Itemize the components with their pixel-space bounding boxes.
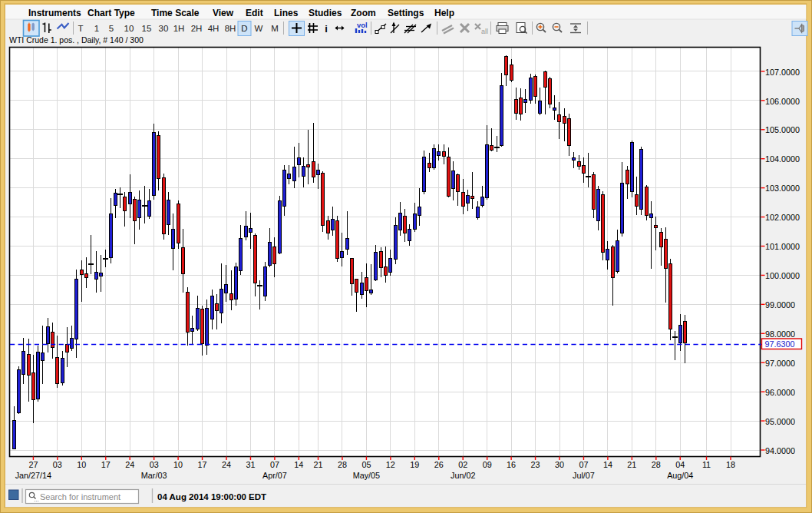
svg-text:May/05: May/05 (353, 471, 380, 480)
svg-text:30: 30 (555, 460, 564, 469)
svg-text:11: 11 (702, 460, 711, 469)
svg-text:vol: vol (357, 21, 368, 29)
svg-text:8H: 8H (225, 24, 236, 33)
svg-text:View: View (213, 8, 234, 18)
svg-text:Zoom: Zoom (351, 8, 376, 18)
svg-text:103.0000: 103.0000 (765, 184, 800, 193)
svg-text:4H: 4H (208, 24, 220, 33)
svg-text:Mar/03: Mar/03 (141, 471, 167, 480)
svg-text:1H: 1H (173, 24, 185, 33)
svg-text:Chart Type: Chart Type (87, 8, 135, 18)
svg-text:95.0000: 95.0000 (765, 417, 795, 426)
svg-text:105.0000: 105.0000 (765, 125, 800, 134)
svg-text:Jul/07: Jul/07 (573, 471, 595, 480)
svg-text:23: 23 (531, 460, 540, 469)
svg-text:Jun/02: Jun/02 (451, 471, 475, 480)
svg-text:02: 02 (458, 460, 467, 469)
svg-text:Edit: Edit (246, 8, 263, 18)
svg-text:1: 1 (94, 24, 99, 33)
svg-text:2H: 2H (191, 24, 203, 33)
svg-text:03: 03 (53, 460, 62, 469)
svg-text:Jan/27/14: Jan/27/14 (15, 471, 51, 480)
svg-text:07: 07 (579, 460, 588, 469)
svg-text:Settings: Settings (388, 8, 424, 18)
svg-text:12: 12 (386, 460, 395, 469)
svg-text:i: i (325, 23, 328, 35)
svg-text:07: 07 (270, 460, 279, 469)
svg-text:104.0000: 104.0000 (765, 154, 800, 164)
svg-text:94.0000: 94.0000 (765, 446, 795, 455)
svg-text:Aug/04: Aug/04 (667, 471, 693, 480)
svg-text:19: 19 (410, 460, 419, 469)
svg-text:04: 04 (675, 460, 685, 469)
svg-text:96.0000: 96.0000 (765, 388, 795, 397)
svg-text:Time Scale: Time Scale (151, 8, 200, 18)
svg-text:10: 10 (173, 460, 183, 469)
svg-text:WTI Crude 1. pos. , Daily, # 1: WTI Crude 1. pos. , Daily, # 140 / 300 (9, 35, 144, 45)
svg-text:30: 30 (159, 24, 169, 33)
svg-text:14: 14 (294, 460, 303, 469)
svg-text:97.6300: 97.6300 (765, 339, 795, 349)
svg-text:28: 28 (338, 460, 347, 469)
svg-text:102.0000: 102.0000 (765, 213, 800, 222)
svg-text:Apr/07: Apr/07 (262, 471, 287, 480)
svg-text:...: ... (34, 496, 39, 503)
svg-text:10: 10 (77, 460, 86, 469)
svg-text:05: 05 (361, 460, 371, 469)
svg-text:Instruments: Instruments (28, 8, 81, 18)
svg-text:09: 09 (483, 460, 492, 469)
svg-text:21: 21 (627, 460, 636, 469)
svg-text:14: 14 (603, 460, 612, 469)
svg-text:24: 24 (222, 460, 231, 469)
svg-text:10: 10 (124, 24, 134, 33)
svg-text:100.0000: 100.0000 (765, 271, 800, 280)
svg-text:M: M (271, 24, 279, 33)
svg-text:04 Aug 2014 19:00:00 EDT: 04 Aug 2014 19:00:00 EDT (157, 492, 266, 501)
svg-text:03: 03 (150, 460, 159, 469)
svg-text:106.0000: 106.0000 (765, 97, 800, 106)
svg-text:15: 15 (142, 24, 152, 33)
svg-text:27: 27 (28, 460, 38, 469)
svg-text:26: 26 (434, 460, 444, 469)
svg-text:Search for instrument: Search for instrument (40, 492, 120, 501)
svg-text:Lines: Lines (274, 8, 299, 18)
svg-text:31: 31 (246, 460, 255, 469)
svg-text:17: 17 (198, 460, 207, 469)
svg-text:17: 17 (101, 460, 111, 469)
svg-text:W: W (255, 24, 263, 33)
svg-text:Help: Help (434, 8, 454, 18)
svg-text:5: 5 (109, 24, 114, 33)
svg-text:107.0000: 107.0000 (765, 68, 800, 77)
svg-text:all: all (481, 28, 488, 35)
svg-text:98.0000: 98.0000 (765, 329, 795, 339)
svg-text:28: 28 (652, 460, 661, 469)
svg-text:D: D (241, 24, 247, 33)
svg-text:21: 21 (314, 460, 323, 469)
svg-text:T: T (78, 24, 83, 33)
svg-text:24: 24 (125, 460, 134, 469)
svg-text:18: 18 (726, 460, 735, 469)
svg-text:Studies: Studies (309, 8, 342, 18)
svg-text:16: 16 (507, 460, 516, 469)
svg-text:99.0000: 99.0000 (765, 300, 795, 309)
svg-text:101.0000: 101.0000 (765, 242, 800, 251)
svg-text:97.0000: 97.0000 (765, 359, 795, 368)
